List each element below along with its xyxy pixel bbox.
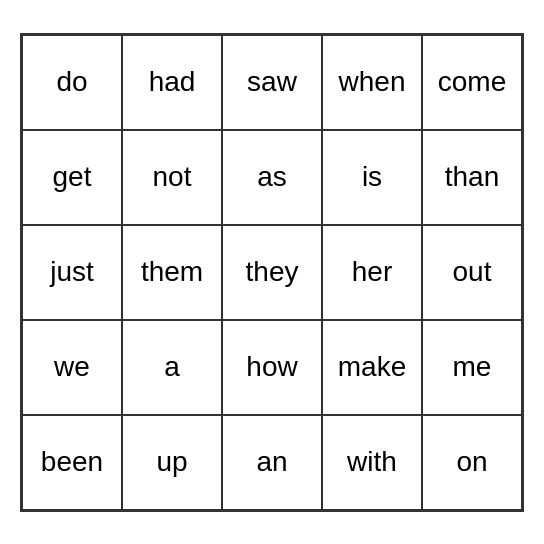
- row-0: dohadsawwhencome: [22, 35, 522, 130]
- row-4: beenupanwithon: [22, 415, 522, 510]
- cell-3-4: me: [422, 320, 522, 415]
- cell-3-1: a: [122, 320, 222, 415]
- row-3: weahowmakeme: [22, 320, 522, 415]
- bingo-card: dohadsawwhencomegetnotasisthanjustthemth…: [20, 33, 524, 512]
- cell-2-3: her: [322, 225, 422, 320]
- cell-1-2: as: [222, 130, 322, 225]
- cell-4-4: on: [422, 415, 522, 510]
- cell-1-1: not: [122, 130, 222, 225]
- cell-0-3: when: [322, 35, 422, 130]
- cell-2-0: just: [22, 225, 122, 320]
- cell-0-1: had: [122, 35, 222, 130]
- cell-4-0: been: [22, 415, 122, 510]
- cell-1-4: than: [422, 130, 522, 225]
- cell-4-2: an: [222, 415, 322, 510]
- cell-0-4: come: [422, 35, 522, 130]
- cell-2-2: they: [222, 225, 322, 320]
- cell-4-1: up: [122, 415, 222, 510]
- cell-0-0: do: [22, 35, 122, 130]
- cell-0-2: saw: [222, 35, 322, 130]
- cell-2-1: them: [122, 225, 222, 320]
- cell-4-3: with: [322, 415, 422, 510]
- cell-3-3: make: [322, 320, 422, 415]
- row-2: justthemtheyherout: [22, 225, 522, 320]
- cell-1-3: is: [322, 130, 422, 225]
- cell-2-4: out: [422, 225, 522, 320]
- cell-1-0: get: [22, 130, 122, 225]
- cell-3-2: how: [222, 320, 322, 415]
- row-1: getnotasisthan: [22, 130, 522, 225]
- cell-3-0: we: [22, 320, 122, 415]
